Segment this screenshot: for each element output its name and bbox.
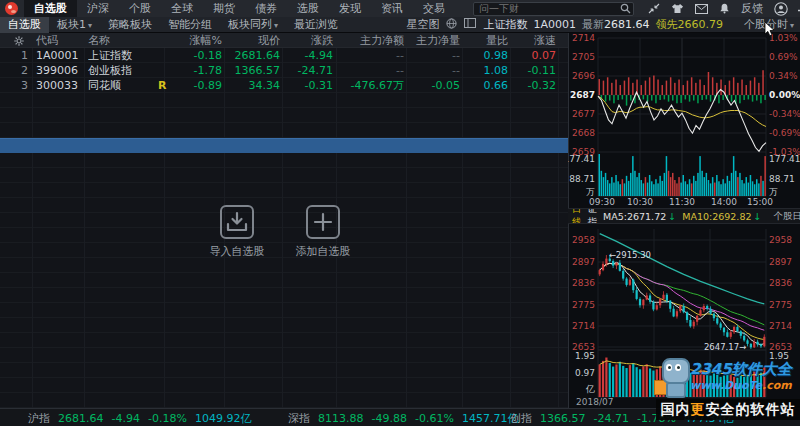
search-icon[interactable] [620, 3, 631, 14]
svg-text:0.97: 0.97 [575, 368, 595, 378]
column-header-1[interactable]: 名称 [88, 33, 156, 48]
cell: -0.89 [166, 78, 222, 93]
index-code: 1A0001 [533, 18, 576, 31]
mail-icon[interactable] [695, 4, 708, 14]
cell: -- [408, 48, 460, 63]
svg-text:亿: 亿 [585, 384, 595, 394]
svg-text:2647.17→: 2647.17→ [704, 342, 746, 352]
menu-item-9[interactable]: 交易 [413, 0, 455, 17]
svg-text:-0.34%: -0.34% [769, 109, 800, 119]
svg-text:←2915.30: ←2915.30 [609, 250, 651, 260]
column-header-4[interactable]: 涨跌 [284, 33, 333, 48]
index-summary[interactable]: 上证指数 1A0001 最新2681.64 领先2660.79 [483, 17, 723, 32]
index-name: 上证指数 [483, 17, 527, 32]
cell: -- [337, 63, 404, 78]
ma10-value: MA10:2692.82 [682, 211, 751, 222]
svg-text:2714: 2714 [572, 33, 595, 43]
toolbar-item-5[interactable]: 最近浏览 [286, 17, 346, 33]
cell: 300033 [36, 78, 96, 93]
cell: 同花顺 [88, 78, 156, 93]
mouse-cursor [764, 22, 778, 38]
table-row[interactable]: 3300033同花顺R-0.8934.34-0.31-476.67万-0.050… [0, 78, 568, 93]
menu-item-5[interactable]: 债券 [245, 0, 287, 17]
app-logo-icon[interactable] [5, 2, 18, 15]
svg-text:0.00%: 0.00% [769, 90, 800, 100]
status-index-shenzhen[interactable]: 深指8113.88-49.88-0.61%1457.71亿 [288, 409, 518, 426]
period-label[interactable]: 日线 [572, 208, 582, 224]
cell: 1366.57 [226, 63, 280, 78]
svg-text:2897: 2897 [572, 257, 595, 267]
column-header-0[interactable]: 代码 [36, 33, 96, 48]
layout-panel-icon[interactable] [464, 18, 476, 31]
ma5-down-arrow: ↓ [668, 211, 676, 222]
toolbar-item-0[interactable]: 自选股 [0, 17, 49, 33]
ma5-value: MA5:2671.72 [603, 211, 666, 222]
add-watchlist-button[interactable]: 添加自选股 [275, 205, 371, 259]
remote-assist-icon[interactable] [648, 3, 660, 14]
feedback-button[interactable]: 反馈 [741, 1, 763, 16]
app-window: 自选股沪深个股全球期货债券选股发现资讯交易 反馈 [0, 0, 800, 426]
globe-icon[interactable] [446, 18, 457, 32]
watermark-site-name: 2345软件大全 [690, 360, 792, 379]
menu-item-0[interactable]: 自选股 [24, 0, 77, 17]
minute-chart[interactable]: 27142705269626872677266826591.03%0.69%0.… [568, 33, 800, 208]
column-header-3[interactable]: 现价 [226, 33, 280, 48]
table-row[interactable]: 2399006创业板指-1.781366.57-24.71----1.08-0.… [0, 63, 568, 78]
svg-text:2958: 2958 [769, 235, 792, 245]
svg-text:177.41: 177.41 [568, 154, 595, 164]
svg-text:2958: 2958 [572, 235, 595, 245]
daily-period-selector[interactable]: 个股日K▾ [773, 210, 800, 223]
svg-text:2836: 2836 [769, 278, 792, 288]
svg-text:2897: 2897 [769, 257, 792, 267]
menu-item-4[interactable]: 期货 [203, 0, 245, 17]
watermark-mascot-logo [654, 356, 688, 396]
svg-text:1.95: 1.95 [575, 351, 595, 361]
cell: 34.34 [226, 78, 280, 93]
svg-text:10:30: 10:30 [627, 197, 653, 207]
watermark-url: www.DuoTe.com [690, 379, 792, 392]
user-avatar[interactable] [774, 2, 788, 16]
svg-text:2668: 2668 [572, 128, 595, 138]
column-header-8[interactable]: 涨速 [512, 33, 556, 48]
toolbar-item-1[interactable]: 板块1▾ [49, 17, 100, 33]
svg-text:88.71: 88.71 [769, 174, 795, 184]
svg-text:0.34%: 0.34% [769, 71, 798, 81]
menu-item-2[interactable]: 个股 [119, 0, 161, 17]
cell: 1.08 [464, 63, 508, 78]
toolbar-item-4[interactable]: 板块同列▾ [220, 17, 286, 33]
column-header-2[interactable]: 涨幅% [166, 33, 222, 48]
svg-text:-0.69%: -0.69% [769, 128, 800, 138]
toolbar-item-3[interactable]: 智能分组 [160, 17, 220, 33]
column-header-7[interactable]: 量比 [464, 33, 508, 48]
menu-item-7[interactable]: 发现 [329, 0, 371, 17]
notification-bell-icon[interactable] [719, 3, 730, 14]
svg-text:15:00: 15:00 [747, 197, 773, 207]
column-settings-gear-icon[interactable] [14, 33, 36, 48]
svg-text:2714: 2714 [572, 321, 595, 331]
column-header-6[interactable]: 主力净量 [408, 33, 460, 48]
import-watchlist-button[interactable]: 导入自选股 [189, 205, 285, 259]
daily-chart-header: 日线 上证指数 MA5:2671.72 ↓ MA10:2692.82 ↓ MA2… [568, 208, 800, 224]
svg-text:2705: 2705 [572, 52, 595, 62]
svg-text:09:30: 09:30 [589, 197, 615, 207]
svg-text:2714: 2714 [769, 321, 792, 331]
svg-text:177.41: 177.41 [769, 154, 800, 164]
watermark-banner: 国内更安全的软件站 [656, 399, 800, 420]
toolbar-item-2[interactable]: 策略板块 [100, 17, 160, 33]
table-row[interactable]: 11A0001上证指数-0.182681.64-4.94----0.980.07 [0, 48, 568, 63]
menu-item-1[interactable]: 沪深 [77, 0, 119, 17]
menu-item-3[interactable]: 全球 [161, 0, 203, 17]
starmap-button[interactable]: 星空图 [406, 17, 439, 32]
svg-text:万: 万 [769, 187, 778, 197]
column-header-5[interactable]: 主力净额 [337, 33, 404, 48]
search-input[interactable] [473, 2, 634, 16]
cell: -- [337, 48, 404, 63]
svg-text:2018/07: 2018/07 [576, 397, 613, 407]
menu-item-8[interactable]: 资讯 [371, 0, 413, 17]
status-index-shanghai[interactable]: 沪指2681.64-4.94-0.18%1049.92亿 [28, 409, 251, 426]
cell: -0.32 [512, 78, 556, 93]
skin-theme-icon[interactable] [671, 3, 684, 14]
menu-item-6[interactable]: 选股 [287, 0, 329, 17]
cell: 399006 [36, 63, 96, 78]
selected-empty-row[interactable] [0, 138, 568, 153]
